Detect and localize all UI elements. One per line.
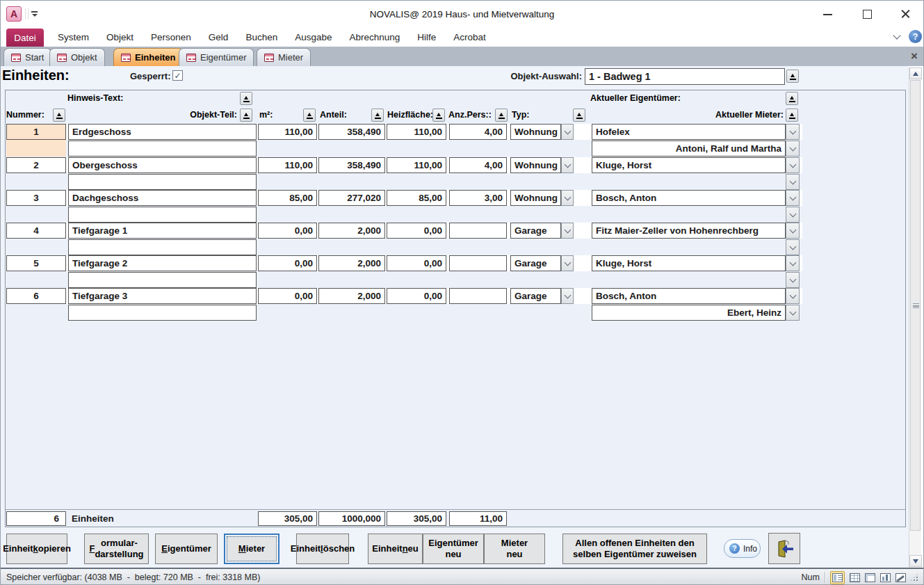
eigentuemer-dropdown-button[interactable] [786,255,800,271]
heizflaeche-field[interactable]: 110,00 [387,124,446,140]
hinweis-text-field[interactable]: Tiefgarage 2 [68,255,257,271]
unit-number-field[interactable]: 2 [6,157,66,173]
unit-number-field[interactable]: 5 [6,255,66,271]
eigentuemer-dropdown-button[interactable] [786,157,800,173]
help-icon[interactable]: ? [909,30,922,43]
menu-abrechnung[interactable]: Abrechnung [349,32,400,42]
mieter-dropdown-button[interactable] [786,207,800,223]
exit-form-button[interactable] [768,533,800,564]
anz-pers-field[interactable] [449,255,507,271]
scroll-down-icon[interactable] [909,555,922,567]
sort-heizflaeche-button[interactable] [432,109,445,122]
anteil-field[interactable]: 2,000 [318,288,385,304]
info-button[interactable]: ? Info [724,539,761,558]
mieter-neu-button[interactable]: Mieterneu [484,534,545,564]
close-form-icon[interactable]: × [908,50,921,63]
hinweis-text-field[interactable]: Tiefgarage 1 [68,223,257,239]
hinweis-text-field[interactable]: Tiefgarage 3 [68,288,257,304]
scroll-up-icon[interactable] [909,67,922,79]
maximize-button[interactable] [861,8,873,20]
hinweis-text-field[interactable]: Erdgeschoss [68,124,257,140]
sort-hinweis-text-button[interactable] [240,92,252,105]
menu-hilfe[interactable]: Hilfe [417,32,436,42]
m2-field[interactable]: 0,00 [258,288,317,304]
m2-field[interactable]: 110,00 [258,157,317,173]
objekt-teil-field[interactable] [68,207,257,223]
einheit-loeschen-button[interactable]: Einheitlöschen [296,534,349,564]
menu-personen[interactable]: Personen [151,32,191,42]
typ-dropdown-button[interactable] [561,124,574,140]
typ-field[interactable]: Wohnung [510,190,561,206]
tab-objekt[interactable]: Objekt [49,48,105,66]
tab-start[interactable]: Start [3,48,51,66]
anz-pers-field[interactable]: 4,00 [449,157,507,173]
m2-field[interactable]: 110,00 [258,124,317,140]
mieter-dropdown-button[interactable] [786,174,800,190]
formular-darstellung-button[interactable]: Formular-darstellung [84,534,149,564]
mieter-field[interactable]: Antoni, Ralf und Martha [592,141,786,157]
scrollbar-thumb[interactable] [910,80,921,531]
typ-field[interactable]: Garage [510,223,561,239]
typ-field[interactable]: Garage [510,255,561,271]
eigentuemer-field[interactable]: Hofelex [592,124,786,140]
typ-dropdown-button[interactable] [561,157,574,173]
anz-pers-field[interactable] [449,223,507,239]
einheit-kopieren-button[interactable]: Einheitkopieren [6,534,67,564]
minimize-button[interactable] [822,8,834,20]
eigentuemer-field[interactable]: Fitz Maier-Zeller von Hohenrechberg [592,223,786,239]
heizflaeche-field[interactable]: 110,00 [387,157,446,173]
menu-datei[interactable]: Datei [6,29,44,47]
sort-typ-button[interactable] [573,109,585,122]
anteil-field[interactable]: 277,020 [318,190,385,206]
unit-number-field[interactable]: 4 [6,223,66,239]
objekt-teil-field[interactable] [68,174,257,190]
sort-nummer-button[interactable] [53,109,65,122]
mieter-field[interactable]: Ebert, Heinz [592,305,786,321]
anz-pers-field[interactable] [449,288,507,304]
close-button[interactable] [900,8,912,20]
hinweis-text-field[interactable]: Obergeschoss [68,157,257,173]
unit-number-field[interactable]: 6 [6,288,66,304]
design-view-icon[interactable] [895,573,906,582]
heizflaeche-field[interactable]: 85,00 [387,190,446,206]
mieter-dropdown-button[interactable] [786,272,800,288]
resize-grip-icon[interactable] [911,574,918,581]
objekt-teil-field[interactable] [68,305,257,321]
tab-eigentuemer[interactable]: Eigentümer [179,48,254,66]
heizflaeche-field[interactable]: 0,00 [387,255,446,271]
m2-field[interactable]: 0,00 [258,255,317,271]
vertical-scrollbar[interactable] [909,67,921,568]
eigentuemer-field[interactable]: Bosch, Anton [592,288,786,304]
mieter-dropdown-button[interactable] [786,239,800,255]
typ-dropdown-button[interactable] [561,288,574,304]
sort-anz-pers-button[interactable] [495,109,508,122]
gesperrt-checkbox[interactable]: ✓ [172,70,183,81]
tab-einheiten[interactable]: Einheiten [113,48,184,66]
eigentuemer-dropdown-button[interactable] [786,190,800,206]
unit-number-field[interactable]: 3 [6,190,66,206]
eigentuemer-field[interactable]: Bosch, Anton [592,190,786,206]
menu-system[interactable]: System [58,32,89,42]
pivottable-view-icon[interactable] [865,573,875,582]
sort-objekt-teil-button[interactable] [240,109,252,122]
sort-m2-button[interactable] [303,109,316,122]
menu-buchen[interactable]: Buchen [245,32,277,42]
eigentuemer-field[interactable]: Kluge, Horst [592,157,786,173]
eigentuemer-dropdown-button[interactable] [786,288,800,304]
unit-number-field[interactable]: 1 [6,124,66,140]
menu-acrobat[interactable]: Acrobat [453,32,486,42]
typ-dropdown-button[interactable] [561,190,574,206]
heizflaeche-field[interactable]: 0,00 [387,288,446,304]
eigentuemer-field[interactable]: Kluge, Horst [592,255,786,271]
heizflaeche-field[interactable]: 0,00 [387,223,446,239]
einheit-neu-button[interactable]: Einheitneu [368,534,423,564]
hinweis-text-field[interactable]: Dachgeschoss [68,190,257,206]
eigentuemer-neu-button[interactable]: Eigentümerneu [423,534,484,564]
sort-mieter-button[interactable] [786,109,798,122]
typ-field[interactable]: Garage [510,288,561,304]
ribbon-display-options-icon[interactable] [893,33,901,39]
anteil-field[interactable]: 358,490 [318,124,385,140]
objekt-teil-field[interactable] [68,141,257,157]
anz-pers-field[interactable]: 3,00 [449,190,507,206]
menu-objekt[interactable]: Objekt [106,32,133,42]
